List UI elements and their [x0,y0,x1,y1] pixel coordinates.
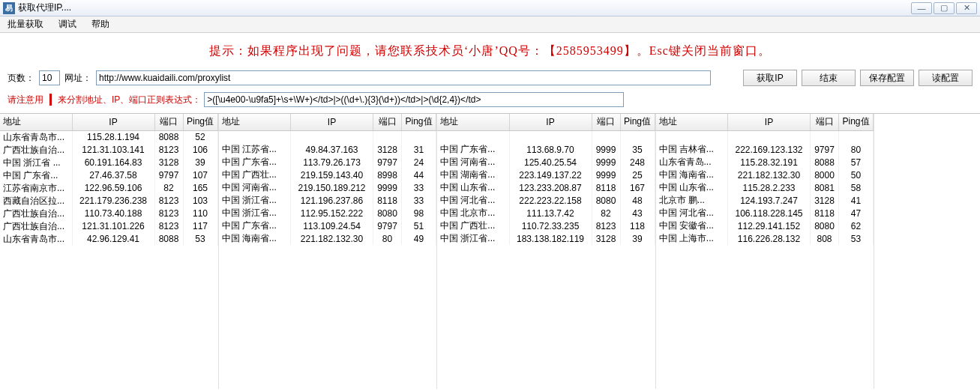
column-header-addr[interactable]: 地址 [0,114,72,130]
cell-ping: 80 [839,143,874,156]
table-row[interactable]: 北京市 鹏...124.193.7.247312841 [656,194,874,207]
column-header-addr[interactable]: 地址 [437,114,509,130]
table-row[interactable]: 中国 北京市...111.13.7.428243 [437,207,655,219]
table-row[interactable]: 中国 海南省...221.182.132.308049 [219,232,436,245]
pages-input[interactable] [39,70,60,85]
save-config-button[interactable]: 保存配置 [860,70,914,86]
menu-debug[interactable]: 调试 [55,16,79,32]
load-config-button[interactable]: 读配置 [919,70,973,86]
menu-help[interactable]: 帮助 [88,16,112,32]
cell-ip: 121.31.103.141 [72,144,154,157]
cell-addr: 中国 河北省... [656,207,728,219]
table-row[interactable] [437,130,655,143]
cell-ping: 103 [183,195,217,207]
minimize-button[interactable]: ― [911,2,932,14]
table-row[interactable]: 中国 广东省...27.46.37.589797107 [0,169,217,182]
cell-port: 8123 [154,144,183,157]
app-icon: 易 [3,2,15,14]
table-row[interactable]: 西藏自治区拉...221.179.236.2388123103 [0,195,217,207]
cell-ping: 58 [839,181,874,194]
table-row[interactable]: 中国 吉林省...222.169.123.132979780 [656,143,874,156]
url-input[interactable] [96,70,711,85]
column-header-port[interactable]: 端口 [811,114,839,130]
end-button[interactable]: 结束 [802,70,856,86]
cell-ping: 44 [402,169,436,181]
column-header-port[interactable]: 端口 [373,114,402,130]
column-header-ping[interactable]: Ping值 [183,114,217,130]
cell-port: 8118 [373,194,402,207]
column-header-ip[interactable]: IP [72,114,154,130]
hint-text: 提示：如果程序出现了问题，请您联系技术员‘小唐’QQ号：【2585953499】… [0,33,980,67]
table-row[interactable]: 中国 海南省...221.182.132.30800050 [656,169,874,181]
cell-ping: 24 [402,156,436,169]
column-header-port[interactable]: 端口 [154,114,183,130]
table-row[interactable]: 中国 广东省...113.109.24.54979751 [219,219,436,232]
cell-addr: 山东省青岛市... [0,233,72,246]
column-header-ping[interactable]: Ping值 [402,114,436,130]
table-row[interactable]: 中国 湖南省...223.149.137.22999925 [437,169,655,181]
table-row[interactable]: 中国 浙江省 ...60.191.164.83312839 [0,157,217,169]
cell-ping: 33 [402,194,436,207]
regex-input[interactable] [204,92,624,107]
table-row[interactable]: 广西壮族自治...121.31.103.1418123106 [0,144,217,157]
cell-port: 8998 [373,169,402,181]
table-row[interactable]: 山东省青岛市...42.96.129.41808853 [0,233,217,246]
table-row[interactable]: 中国 浙江省...112.95.152.222808098 [219,207,436,219]
table-row[interactable]: 广西壮族自治...110.73.40.1888123110 [0,207,217,220]
table-row[interactable] [656,130,874,143]
column-header-ping[interactable]: Ping值 [620,114,655,130]
table-row[interactable]: 中国 广西壮...110.72.33.2358123118 [437,219,655,232]
table-row[interactable]: 山东省青岛市...115.28.1.194808852 [0,130,217,144]
table-row[interactable]: 中国 安徽省...112.29.141.152808062 [656,219,874,232]
menu-batch[interactable]: 批量获取 [4,16,46,32]
cell-port: 9797 [811,143,839,156]
cell-addr: 中国 广东省... [219,156,291,169]
column-header-addr[interactable]: 地址 [656,114,728,130]
table-row[interactable]: 中国 广东省...113.68.9.70999935 [437,143,655,156]
cell-ip: 125.40.25.54 [509,156,592,169]
cell-addr: 中国 江苏省... [219,143,291,156]
cell-ping: 53 [839,232,874,245]
cell-ip: 116.226.28.132 [728,232,811,245]
cell-ip: 113.109.24.54 [291,219,373,232]
column-header-port[interactable]: 端口 [592,114,620,130]
table-row[interactable]: 江苏省南京市...122.96.59.10682165 [0,182,217,195]
cell-ip: 49.84.37.163 [291,143,373,156]
close-button[interactable]: ✕ [956,2,977,14]
table-row[interactable]: 中国 上海市...116.226.28.13280853 [656,232,874,245]
cell-addr: 中国 广西壮... [437,219,509,232]
table-row[interactable]: 中国 江苏省...49.84.37.163312831 [219,143,436,156]
cell-ping: 117 [183,220,217,233]
cell-port: 8118 [592,181,620,194]
column-header-addr[interactable]: 地址 [219,114,291,130]
cell-ping: 165 [183,182,217,195]
cell-port: 3128 [373,143,402,156]
table-row[interactable]: 中国 河北省...222.223.22.158808048 [437,194,655,207]
table-row[interactable]: 中国 河南省...219.150.189.212999933 [219,181,436,194]
table-row[interactable]: 中国 浙江省...183.138.182.119312839 [437,232,655,245]
table-row[interactable] [219,130,436,143]
table-row[interactable]: 中国 山东省...123.233.208.878118167 [437,181,655,194]
cell-addr: 中国 浙江省... [219,194,291,207]
table-row[interactable]: 山东省青岛...115.28.32.191808857 [656,156,874,169]
table-row[interactable]: 中国 浙江省...121.196.237.86811833 [219,194,436,207]
regex-row: 请注意用 来分割地址、IP、端口正则表达式： [0,92,980,113]
cell-addr: 北京市 鹏... [656,194,728,207]
cell-addr: 中国 山东省... [656,181,728,194]
window-controls: ― ▢ ✕ [911,2,977,14]
fetch-ip-button[interactable]: 获取IP [743,70,797,86]
column-header-ip[interactable]: IP [291,114,373,130]
cell-port: 8080 [592,194,620,207]
maximize-button[interactable]: ▢ [934,2,955,14]
column-header-ip[interactable]: IP [509,114,592,130]
table-row[interactable]: 广西壮族自治...121.31.101.2268123117 [0,220,217,233]
table-row[interactable]: 中国 广东省...113.79.26.173979724 [219,156,436,169]
regex-prefix: 请注意用 [7,94,43,106]
table-row[interactable]: 中国 河南省...125.40.25.549999248 [437,156,655,169]
table-row[interactable]: 中国 河北省...106.118.228.145811847 [656,207,874,219]
table-row[interactable]: 中国 广西壮...219.159.143.40899844 [219,169,436,181]
column-header-ping[interactable]: Ping值 [839,114,874,130]
cell-ping: 248 [620,156,655,169]
column-header-ip[interactable]: IP [728,114,811,130]
table-row[interactable]: 中国 山东省...115.28.2.233808158 [656,181,874,194]
